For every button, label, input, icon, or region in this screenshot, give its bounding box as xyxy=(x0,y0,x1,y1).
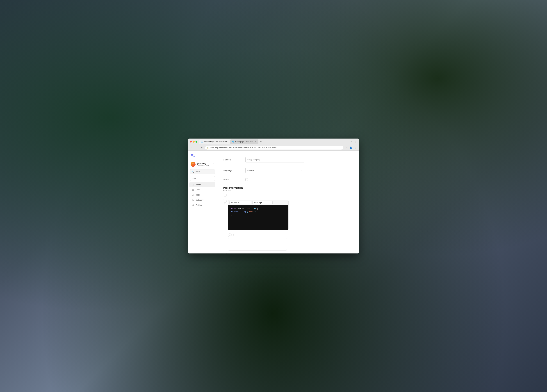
public-row: Public xyxy=(223,176,350,183)
new-tab-button[interactable]: + xyxy=(259,140,263,144)
code-block-container: JavaScript ⌄ const foo = ( num ) => xyxy=(228,200,288,230)
form-container: Category #{x} {Category} ⌄ Language Chin… xyxy=(217,151,357,254)
user-name: yiran.feng xyxy=(197,162,211,165)
lang-value: JavaScript xyxy=(254,202,262,204)
add-block-row-bottom: + xyxy=(223,251,350,254)
search-input[interactable] xyxy=(195,171,216,173)
code-block-header: JavaScript ⌄ xyxy=(228,200,288,205)
profile-icon[interactable]: 👤 xyxy=(349,146,353,150)
add-block-button-top[interactable]: + xyxy=(223,193,227,197)
add-above-button[interactable]: + xyxy=(223,199,227,203)
category-row: Category #{x} {Category} ⌄ xyxy=(223,154,350,165)
tab-favicon-2: 🌐 xyxy=(232,141,234,143)
user-chevron-icon: ⌃ xyxy=(213,163,214,165)
sidebar-item-home[interactable]: ⌂ Home xyxy=(189,182,215,187)
user-area[interactable]: Y yiran.feng fangyira@gmail.c... ⌃ xyxy=(188,161,217,168)
code-filename-input[interactable] xyxy=(229,201,251,204)
public-control xyxy=(245,178,350,181)
public-label: Public xyxy=(223,179,242,181)
language-select[interactable]: Chinese ⌄ xyxy=(245,168,304,173)
sidebar-label-setting: Setting xyxy=(196,204,202,206)
menu-icon[interactable]: ⋮ xyxy=(353,140,357,144)
bookmark-icon[interactable]: ☆ xyxy=(345,146,348,150)
language-control: Chinese ⌄ xyxy=(245,168,350,173)
maximize-button[interactable] xyxy=(196,141,197,143)
setting-icon: ⚙ xyxy=(192,204,194,206)
tab-label: admin.blog.evrane.com/Post/C... xyxy=(204,141,229,143)
add-block-row-top: + xyxy=(223,192,350,198)
forward-button[interactable]: → xyxy=(195,146,199,150)
category-placeholder: #{x} {Category} xyxy=(247,158,260,161)
category-select[interactable]: #{x} {Category} ⌄ xyxy=(245,157,304,162)
text-input[interactable] xyxy=(228,238,287,250)
language-selector[interactable]: JavaScript ⌄ xyxy=(252,201,273,204)
address-input-field[interactable]: 🔒 admin.blog.evrane.com/Post/Create?doma… xyxy=(205,146,343,150)
avatar-letter: Y xyxy=(191,162,196,167)
code-line-3: } xyxy=(231,213,285,216)
title-bar: 📄 admin.blog.evrane.com/Post/C... ✕ 🌐 Ho… xyxy=(188,138,359,145)
home-icon: ⌂ xyxy=(192,183,194,186)
sidebar-item-post[interactable]: ▤ Post xyxy=(189,187,215,192)
lock-icon: 🔒 xyxy=(207,147,209,148)
add-block-row-middle: + ⠿ xyxy=(223,233,350,238)
user-email: fangyira@gmail.c... xyxy=(197,165,211,166)
section-heading: Post Information Basic Info xyxy=(223,183,350,192)
main-content: Category #{x} {Category} ⌄ Language Chin… xyxy=(217,151,359,254)
app-layout: Y yiran.feng fangyira@gmail.c... ⌃ 🔍 Yir… xyxy=(188,151,359,254)
avatar: Y xyxy=(191,162,196,167)
language-label: Language xyxy=(223,169,242,172)
drag-handle[interactable]: ⠿ xyxy=(224,203,226,206)
topic-icon: 🏷 xyxy=(192,194,194,196)
close-button[interactable] xyxy=(190,141,192,143)
more-icon[interactable]: ⋮ xyxy=(353,146,357,150)
sidebar-nav: ⌂ Home ▤ Post 🏷 Topic 🗂 Category ⚙ S xyxy=(188,182,217,208)
search-icon: 🔍 xyxy=(192,171,194,173)
workspace-selector[interactable]: Yiran ⌄ xyxy=(190,176,215,181)
language-row: Language Chinese ⌄ xyxy=(223,165,350,176)
extension-icon[interactable]: ⬡ xyxy=(349,140,353,144)
add-block-button-middle[interactable]: + xyxy=(228,234,232,237)
sidebar-label-category: Category xyxy=(196,199,204,201)
sidebar: Y yiran.feng fangyira@gmail.c... ⌃ 🔍 Yir… xyxy=(188,151,217,254)
sidebar-item-topic[interactable]: 🏷 Topic xyxy=(189,193,215,197)
sidebar-label-post: Post xyxy=(196,189,199,191)
language-value: Chinese xyxy=(247,169,254,172)
category-icon: 🗂 xyxy=(192,199,194,201)
back-button[interactable]: ← xyxy=(190,146,194,150)
sidebar-label-topic: Topic xyxy=(196,194,200,196)
add-block-button-bottom[interactable]: + xyxy=(223,252,227,254)
tab-label-2: Home page – Blog.Web xyxy=(235,141,253,143)
code-block-row: + ⠿ JavaScript ⌄ co xyxy=(223,198,350,233)
text-block-row xyxy=(223,238,350,251)
sidebar-item-category[interactable]: 🗂 Category xyxy=(189,198,215,203)
address-text: admin.blog.evrane.com/Post/Create?domain… xyxy=(210,147,277,149)
category-control: #{x} {Category} ⌄ xyxy=(245,157,350,162)
tabs-bar: 📄 admin.blog.evrane.com/Post/C... ✕ 🌐 Ho… xyxy=(199,139,349,144)
language-chevron-icon: ⌄ xyxy=(301,170,302,171)
refresh-button[interactable]: ↻ xyxy=(200,146,204,150)
tab-favicon: 📄 xyxy=(201,141,203,143)
code-editor[interactable]: const foo = ( num ) => { console . xyxy=(228,205,288,230)
public-checkbox[interactable] xyxy=(245,178,248,181)
post-icon: ▤ xyxy=(192,189,194,191)
minimize-button[interactable] xyxy=(193,141,195,143)
category-chevron-icon: ⌄ xyxy=(301,159,302,161)
tab-homepage[interactable]: 🌐 Home page – Blog.Web ✕ xyxy=(230,139,259,144)
code-line-2: console . log ( num ); xyxy=(231,210,285,213)
drag-handle-2[interactable]: ⠿ xyxy=(233,234,234,236)
traffic-lights xyxy=(190,141,197,143)
search-box[interactable]: 🔍 xyxy=(190,169,215,174)
section-title: Post Information xyxy=(223,186,350,189)
user-info: yiran.feng fangyira@gmail.c... xyxy=(197,162,211,166)
block-controls: + ⠿ xyxy=(223,198,227,206)
sidebar-item-setting[interactable]: ⚙ Setting xyxy=(189,203,215,208)
logo-icon xyxy=(191,153,196,158)
browser-window: 📄 admin.blog.evrane.com/Post/C... ✕ 🌐 Ho… xyxy=(188,138,359,254)
logo-area xyxy=(188,153,217,161)
tab-admin-post[interactable]: 📄 admin.blog.evrane.com/Post/C... ✕ xyxy=(199,139,230,144)
tab-close-icon-2[interactable]: ✕ xyxy=(254,141,257,143)
sidebar-label-home: Home xyxy=(196,184,201,186)
code-line-1: const foo = ( num ) => { xyxy=(231,207,285,210)
workspace-chevron-icon: ⌄ xyxy=(212,178,213,179)
category-label: Category xyxy=(223,158,242,161)
